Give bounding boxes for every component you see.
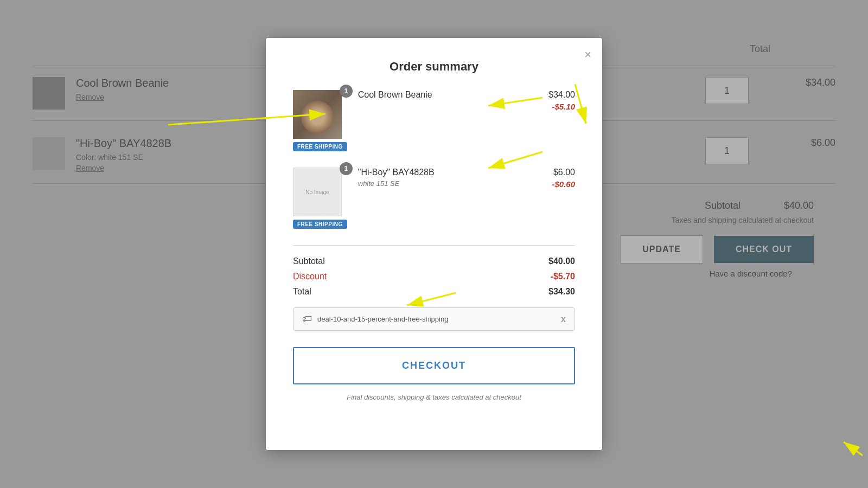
order-summary-modal: × Order summary 1 FREE SHIPPING Cool Bro… bbox=[266, 38, 602, 450]
no-image-text: No Image bbox=[305, 189, 329, 195]
coupon-code: deal-10-and-15-percent-and-free-shipping bbox=[317, 315, 561, 323]
modal-total-row: Total $34.30 bbox=[293, 287, 575, 297]
modal-product-prices-1: $34.00 -$5.10 bbox=[521, 90, 575, 111]
coupon-remove-button[interactable]: x bbox=[561, 314, 566, 324]
modal-total-label: Total bbox=[293, 287, 311, 297]
modal-product-prices-2: $6.00 -$0.60 bbox=[521, 168, 575, 189]
modal-subtotal-value: $40.00 bbox=[548, 256, 575, 266]
modal-discount-price-2: -$0.60 bbox=[521, 179, 575, 189]
modal-coupon: 🏷 deal-10-and-15-percent-and-free-shippi… bbox=[293, 307, 575, 331]
modal-badge-count-2: 1 bbox=[340, 162, 353, 175]
modal-discount-price-1: -$5.10 bbox=[521, 102, 575, 111]
modal-discount-value: -$5.70 bbox=[551, 272, 575, 281]
modal-totals: Subtotal $40.00 Discount -$5.70 Total $3… bbox=[293, 256, 575, 297]
modal-product-2: No Image 1 FREE SHIPPING "Hi-Boy" BAY482… bbox=[293, 168, 575, 229]
free-shipping-badge-1: FREE SHIPPING bbox=[293, 139, 347, 151]
modal-subtotal-row: Subtotal $40.00 bbox=[293, 256, 575, 266]
modal-product-details-1: Cool Brown Beanie bbox=[358, 90, 521, 102]
modal-thumb-wrap-1: 1 FREE SHIPPING bbox=[293, 90, 347, 151]
free-shipping-badge-2: FREE SHIPPING bbox=[293, 216, 347, 229]
modal-divider bbox=[293, 245, 575, 246]
modal-checkout-button[interactable]: CHECKOUT bbox=[293, 347, 575, 384]
modal-badge-count-1: 1 bbox=[340, 85, 353, 98]
modal-checkout-note: Final discounts, shipping & taxes calcul… bbox=[293, 393, 575, 401]
modal-product-image-2: No Image bbox=[293, 168, 342, 216]
modal-product-variant-2: white 151 SE bbox=[358, 179, 521, 188]
modal-overlay: × Order summary 1 FREE SHIPPING Cool Bro… bbox=[0, 0, 868, 488]
modal-subtotal-label: Subtotal bbox=[293, 256, 325, 266]
modal-close-button[interactable]: × bbox=[584, 49, 591, 61]
modal-discount-row: Discount -$5.70 bbox=[293, 272, 575, 281]
modal-product-image-1 bbox=[293, 90, 342, 139]
modal-original-price-2: $6.00 bbox=[521, 168, 575, 177]
modal-product-details-2: "Hi-Boy" BAY4828B white 151 SE bbox=[358, 168, 521, 190]
modal-product-1: 1 FREE SHIPPING Cool Brown Beanie $34.00… bbox=[293, 90, 575, 151]
modal-discount-label: Discount bbox=[293, 272, 327, 281]
modal-title: Order summary bbox=[293, 60, 575, 74]
modal-product-name-2: "Hi-Boy" BAY4828B bbox=[358, 168, 521, 177]
modal-original-price-1: $34.00 bbox=[521, 90, 575, 100]
coupon-icon: 🏷 bbox=[302, 313, 312, 325]
modal-thumb-wrap-2: No Image 1 FREE SHIPPING bbox=[293, 168, 347, 229]
modal-product-name-1: Cool Brown Beanie bbox=[358, 90, 521, 100]
modal-total-value: $34.30 bbox=[548, 287, 575, 297]
